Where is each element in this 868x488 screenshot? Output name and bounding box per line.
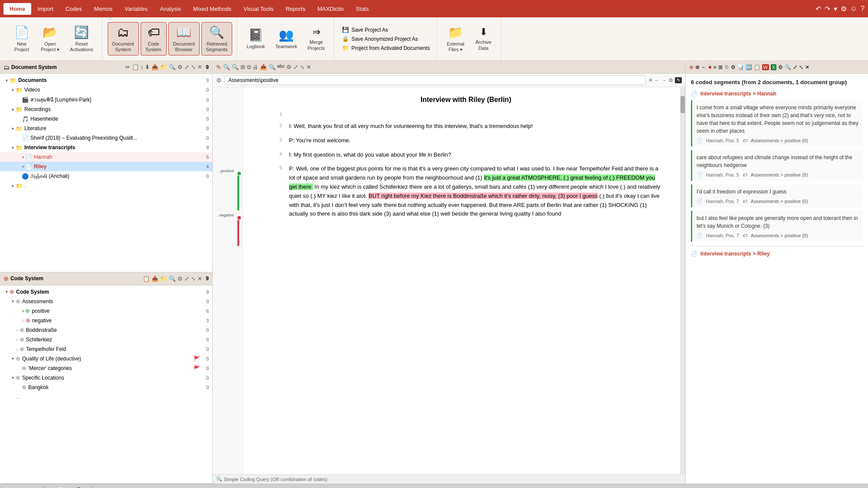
rh-icon17[interactable]: ⤡ (799, 64, 803, 70)
expand-specific[interactable]: ▾ (10, 375, 16, 380)
expand-quality[interactable]: ▾ (10, 356, 16, 361)
retrieved-segments-button[interactable]: 🔍 RetrievedSegments (201, 22, 233, 56)
ds-icon4[interactable]: ⬇ (145, 64, 150, 70)
rh-icon10[interactable]: 🔤 (746, 64, 752, 70)
tree-item-literature[interactable]: ▾ 📁 Literature 0 (0, 124, 212, 133)
rh-icon18[interactable]: ✕ (805, 64, 809, 70)
save-anonymized-button[interactable]: 🔒 Save Anonymized Project As (339, 34, 433, 43)
section-riley-header[interactable]: 📄 Interview transcripts > Riley (691, 251, 863, 257)
rh-icon7[interactable]: ⚙ (724, 64, 729, 70)
menu-reports[interactable]: Reports (279, 3, 312, 15)
smiley-icon[interactable]: ☺ (850, 5, 857, 13)
cs-icon3[interactable]: 📁 (160, 275, 167, 282)
search-prev-icon[interactable]: ← (654, 77, 660, 83)
menu-visual-tools[interactable]: Visual Tools (237, 3, 279, 15)
tree-item-hasenheide[interactable]: 🎵 Hasenheide 0 (0, 114, 212, 124)
rh-icon2[interactable]: ⊕ (695, 64, 700, 70)
settings-icon[interactable]: ⚙ (841, 5, 847, 13)
tree-item-riley[interactable]: + 📄 Riley 4 (0, 162, 212, 171)
ds-collapse-icon[interactable]: ⤡ (191, 64, 196, 70)
dt-print[interactable]: 🖨 (253, 64, 258, 71)
search-clear-icon[interactable]: ✕ (648, 77, 653, 83)
dt-split[interactable]: ⧉ (247, 64, 251, 71)
ds-expand-icon[interactable]: ⤢ (184, 64, 189, 70)
tree-assessments[interactable]: ▾ ⊕ Assessments 0 (0, 297, 212, 306)
reset-activations-button[interactable]: 🔄 ResetActivations (66, 23, 97, 55)
dt-expand[interactable]: ⤢ (293, 64, 298, 71)
cs-settings-icon[interactable]: ⚙ (178, 275, 183, 282)
tree-quality[interactable]: ▾ ⊕ Quality of Life (deductive) 🚩 0 (0, 354, 212, 364)
cs-icon2[interactable]: 📤 (151, 275, 158, 282)
document-browser-button[interactable]: 📖 DocumentBrowser (168, 22, 200, 56)
menu-mixed-methods[interactable]: Mixed Methods (187, 3, 237, 15)
tree-code-system[interactable]: ▾ ⊕ Code System 9 (0, 287, 212, 297)
expand-videos[interactable]: ▾ (10, 88, 16, 92)
expand-assessments[interactable]: ▾ (10, 299, 16, 304)
rh-icon14[interactable]: ⚙ (778, 64, 783, 70)
tree-item-documents[interactable]: ▾ 📁 Documents 9 (0, 75, 212, 85)
external-files-button[interactable]: 📁 ExternalFiles ▾ (442, 23, 468, 55)
rh-icon15[interactable]: 🔍 (785, 64, 791, 70)
new-project-button[interactable]: 📄 NewProject (9, 23, 35, 55)
tree-item-sherif[interactable]: 📄 Sherif (2018) – Evaluating Preexisting… (0, 133, 212, 143)
expand-literature[interactable]: ▾ (10, 126, 16, 131)
rh-icon11[interactable]: 📋 (754, 64, 760, 70)
dt-grid[interactable]: ⊞ (240, 64, 245, 71)
tree-bangkok[interactable]: ⊕ Bangkok 0 (0, 383, 212, 392)
rh-icon8[interactable]: ⚙ (731, 64, 736, 70)
segment-2-link[interactable]: Hannah, Pos. 5 (706, 172, 739, 177)
tree-item-videos[interactable]: ▾ 📁 Videos 0 (0, 85, 212, 95)
ds-icon6[interactable]: 📁 (160, 64, 167, 70)
menu-stats[interactable]: Stats (350, 3, 375, 15)
tree-positive[interactable]: + ⊕ positive 6 (0, 306, 212, 316)
cs-search-icon[interactable]: 🔍 (169, 275, 176, 282)
merge-projects-button[interactable]: ⇒ MergeProjects (303, 24, 329, 53)
ds-icon1[interactable]: ✏ (125, 64, 130, 70)
menu-home[interactable]: Home (3, 3, 31, 15)
menu-maxdictio[interactable]: MAXDictio (311, 3, 350, 15)
dt-search3[interactable]: 🔍 (269, 64, 276, 71)
tree-negative[interactable]: ○ ⊕ negative 3 (0, 316, 212, 325)
menu-variables[interactable]: Variables (118, 3, 154, 15)
teamwork-button[interactable]: 👥 Teamwork (271, 25, 302, 52)
archive-data-button[interactable]: ⬇ ArchiveData (470, 24, 496, 53)
section-hannah-header[interactable]: 📄 Interview transcripts > Hannah (691, 91, 863, 97)
open-project-button[interactable]: 📂 OpenProject ▾ (36, 23, 64, 55)
doc-scrollbar[interactable] (680, 87, 685, 474)
menu-codes[interactable]: Codes (59, 3, 88, 15)
menu-memos[interactable]: Memos (88, 3, 119, 15)
menu-import[interactable]: Import (31, 3, 59, 15)
tree-item-recordings[interactable]: ▾ 📁 Recordings 0 (0, 105, 212, 114)
ds-icon3[interactable]: ↕ (141, 64, 144, 70)
tree-boddin[interactable]: ○ ⊕ Boddinstraße 0 (0, 325, 212, 335)
ds-settings-icon[interactable]: ⚙ (178, 64, 183, 70)
dropdown-icon[interactable]: ▾ (834, 5, 837, 13)
doc-content[interactable]: Interview with Riley (Berlin) 1 2 I: Wel… (243, 87, 680, 474)
search-options-icon[interactable]: ⚙ (668, 77, 673, 83)
code-system-button[interactable]: 🏷 CodeSystem (141, 22, 167, 56)
cs-expand-icon[interactable]: ⤢ (184, 275, 189, 282)
doc-scrollbar-thumb[interactable] (681, 96, 685, 113)
search-next-icon[interactable]: → (661, 77, 667, 83)
redo-icon[interactable]: ↷ (825, 5, 830, 13)
expand-recordings[interactable]: ▾ (10, 107, 16, 112)
rh-icon4[interactable]: ■ (708, 64, 711, 70)
tree-mercer[interactable]: ⊕ 'Mercer' categories 🚩 0 (0, 364, 212, 373)
tree-item-lumphini[interactable]: 🎬 สวนลุมพินี [Lumphini-Park] 0 (0, 95, 212, 105)
cs-icon1[interactable]: 📋 (143, 275, 150, 282)
dt-export[interactable]: 📤 (260, 64, 267, 71)
undo-icon[interactable]: ↶ (815, 5, 821, 13)
tree-schiller[interactable]: ○ ⊕ Schillerkiez 0 (0, 335, 212, 344)
segment-1-link[interactable]: Hannah, Pos. 5 (706, 138, 739, 143)
expand-code-system[interactable]: ▾ (3, 289, 10, 294)
ds-icon2[interactable]: 📋 (132, 64, 139, 70)
rh-icon12[interactable]: W (762, 64, 769, 70)
ds-close-icon[interactable]: ✕ (197, 64, 202, 70)
search-highlight-icon[interactable]: ✎ (675, 77, 682, 83)
tree-specific[interactable]: ▾ ⊕ Specific Locations 0 (0, 373, 212, 383)
tree-item-transcripts[interactable]: ▾ 📁 Interview transcripts 9 (0, 143, 212, 152)
expand-documents[interactable]: ▾ (3, 78, 10, 83)
tree-item-hannah[interactable]: + 📄 Hannah 5 (0, 152, 212, 162)
gear-icon[interactable]: ⚙ (216, 77, 222, 84)
rh-icon5[interactable]: ■ (713, 64, 716, 70)
